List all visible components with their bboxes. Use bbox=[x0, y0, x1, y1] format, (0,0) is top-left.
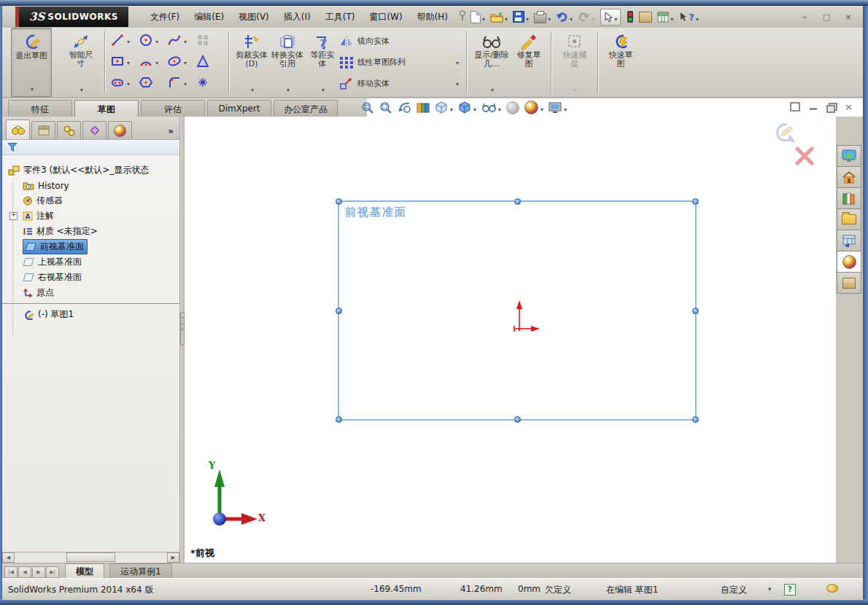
tree-item-front-plane[interactable]: 前视基准面 bbox=[7, 239, 179, 254]
rectangle-tool[interactable] bbox=[110, 54, 139, 69]
design-library-button[interactable] bbox=[837, 166, 861, 188]
menu-edit[interactable]: 编辑(E) bbox=[194, 11, 224, 23]
doc-minimize-icon[interactable] bbox=[810, 108, 817, 110]
quick-tip-help-icon[interactable] bbox=[784, 584, 796, 596]
tree-filter-row[interactable] bbox=[2, 140, 179, 155]
trim-entities-button[interactable]: 剪裁实体(D) bbox=[234, 28, 269, 97]
appearances-scenes-button[interactable] bbox=[837, 251, 861, 273]
configurationmanager-tab[interactable] bbox=[57, 121, 81, 139]
redo-button[interactable] bbox=[576, 9, 596, 25]
mirror-entities-button[interactable]: 镜向实体 bbox=[339, 35, 462, 48]
doc-cascade-icon[interactable] bbox=[826, 103, 835, 111]
plane-handle[interactable] bbox=[692, 198, 699, 205]
open-button[interactable] bbox=[489, 9, 509, 25]
units-dropdown-caret[interactable]: ▾ bbox=[768, 585, 772, 593]
hide-show-items-button[interactable] bbox=[481, 101, 501, 114]
solidworks-resources-button[interactable] bbox=[837, 145, 861, 167]
panel-expand-chevron[interactable] bbox=[168, 126, 177, 139]
tree-item-right-plane[interactable]: 右视基准面 bbox=[7, 270, 179, 285]
edit-appearance-button[interactable] bbox=[506, 101, 519, 114]
display-delete-relations-button[interactable]: 显示/删除几... bbox=[472, 28, 511, 97]
spline-tool[interactable] bbox=[167, 33, 195, 47]
circle-tool[interactable] bbox=[139, 33, 167, 47]
tab-office-products[interactable]: 办公室产品 bbox=[274, 100, 338, 117]
menu-window[interactable]: 窗口(W) bbox=[369, 11, 402, 23]
plane-handle[interactable] bbox=[336, 308, 342, 314]
view-palette-button[interactable] bbox=[837, 230, 861, 251]
display-style-button[interactable] bbox=[458, 101, 476, 114]
menu-insert[interactable]: 插入(I) bbox=[284, 11, 311, 23]
view-settings-button[interactable] bbox=[549, 101, 567, 114]
ellipse-tool[interactable] bbox=[167, 54, 195, 69]
last-tab-button[interactable] bbox=[46, 566, 59, 578]
menu-help[interactable]: 帮助(H) bbox=[417, 11, 448, 23]
plane-handle[interactable] bbox=[692, 308, 699, 314]
panel-horizontal-scrollbar[interactable] bbox=[2, 552, 179, 563]
exit-sketch-button[interactable]: 退出草图 bbox=[11, 28, 52, 97]
previous-view-button[interactable] bbox=[398, 101, 411, 114]
move-entities-button[interactable]: 移动实体 bbox=[339, 77, 462, 90]
featuremanager-tab[interactable] bbox=[6, 120, 30, 139]
save-button[interactable] bbox=[511, 9, 530, 25]
section-view-button[interactable] bbox=[416, 102, 430, 114]
file-explorer-button[interactable] bbox=[837, 187, 861, 209]
line-tool[interactable] bbox=[110, 33, 139, 47]
tab-features[interactable]: 特征 bbox=[8, 100, 72, 117]
print-button[interactable] bbox=[532, 9, 552, 25]
scroll-track[interactable] bbox=[15, 553, 167, 563]
plane-handle[interactable] bbox=[336, 416, 342, 423]
offset-entities-button[interactable]: 等距实体 bbox=[306, 28, 339, 97]
units-selector[interactable]: 自定义 bbox=[721, 584, 747, 596]
point-tool[interactable] bbox=[195, 75, 224, 90]
apply-scene-button[interactable] bbox=[524, 101, 543, 114]
tree-item-annotations[interactable]: A 注解 bbox=[7, 208, 179, 224]
tree-item-top-plane[interactable]: 上视基准面 bbox=[7, 254, 179, 270]
restore-button[interactable] bbox=[819, 12, 834, 22]
expand-plus-icon[interactable] bbox=[9, 212, 18, 220]
tree-item-origin[interactable]: 原点 bbox=[7, 285, 179, 300]
sketch-origin-marker[interactable] bbox=[502, 299, 546, 342]
tree-item-sketch1[interactable]: (-) 草图1 bbox=[7, 307, 179, 322]
rebuild-button[interactable] bbox=[625, 9, 635, 24]
dimxpertmanager-tab[interactable] bbox=[82, 121, 106, 139]
minimize-button[interactable] bbox=[797, 12, 812, 22]
previous-tab-button[interactable] bbox=[18, 566, 31, 578]
sketch-picture-tool[interactable] bbox=[195, 33, 224, 47]
menu-tools[interactable]: 工具(T) bbox=[325, 11, 355, 23]
zoom-to-fit-button[interactable] bbox=[361, 101, 374, 114]
tree-root-part[interactable]: 零件3 (默认<<默认>_显示状态 bbox=[7, 163, 179, 178]
doc-restore-icon[interactable] bbox=[790, 102, 800, 112]
linear-sketch-pattern-button[interactable]: 线性草图阵列 bbox=[339, 56, 462, 69]
displaymanager-tab[interactable] bbox=[108, 121, 132, 139]
task-scheduler-button[interactable] bbox=[656, 9, 675, 25]
zoom-to-area-button[interactable] bbox=[379, 101, 392, 114]
quick-snaps-button[interactable]: 快速捕捉 bbox=[557, 28, 593, 97]
tab-dimxpert[interactable]: DimXpert bbox=[207, 100, 271, 117]
options-button[interactable] bbox=[638, 11, 654, 23]
arc-tool[interactable] bbox=[139, 54, 167, 69]
tree-item-sensors[interactable]: 传感器 bbox=[7, 193, 179, 208]
scroll-thumb[interactable] bbox=[66, 553, 115, 562]
plane-handle[interactable] bbox=[514, 198, 521, 205]
menu-view[interactable]: 视图(V) bbox=[239, 11, 269, 23]
menu-file[interactable]: 文件(F) bbox=[150, 11, 179, 23]
help-button[interactable]: ? bbox=[677, 9, 700, 25]
rapid-sketch-button[interactable]: 快速草图 bbox=[603, 28, 638, 97]
smart-dimension-button[interactable]: 智能尺寸 bbox=[62, 28, 100, 97]
doc-close-icon[interactable]: × bbox=[845, 101, 853, 112]
propertymanager-tab[interactable] bbox=[31, 121, 55, 139]
new-document-button[interactable] bbox=[469, 9, 487, 25]
select-tool-button[interactable] bbox=[600, 9, 621, 26]
polygon-tool[interactable] bbox=[139, 75, 167, 90]
rollback-bar[interactable] bbox=[2, 303, 179, 305]
first-tab-button[interactable] bbox=[4, 566, 18, 578]
scroll-right-button[interactable] bbox=[167, 553, 179, 563]
tree-item-material[interactable]: 材质 <未指定> bbox=[7, 224, 179, 239]
search-folder-button[interactable] bbox=[837, 208, 861, 230]
graphics-viewport[interactable]: 前视基准面 Y X *前视 bbox=[185, 117, 836, 563]
tree-item-history[interactable]: History bbox=[7, 178, 179, 193]
plane-handle[interactable] bbox=[692, 416, 699, 423]
tab-evaluate[interactable]: 评估 bbox=[141, 100, 205, 117]
plane-handle[interactable] bbox=[514, 416, 521, 423]
view-orientation-button[interactable] bbox=[435, 101, 453, 114]
